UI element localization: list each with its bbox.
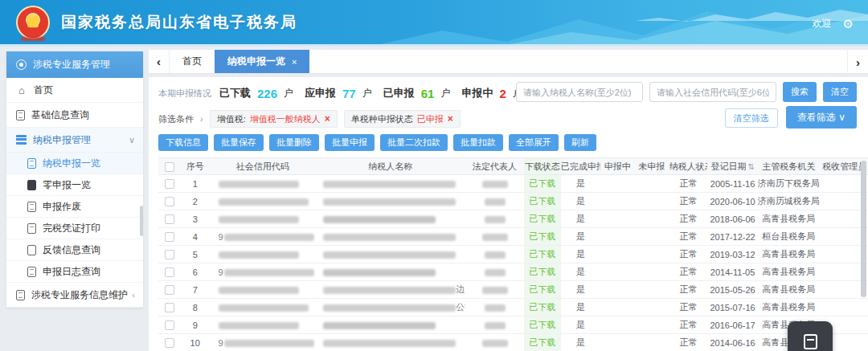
row-declaring [600,263,634,281]
redacted-credit-code [219,304,309,312]
chevron-collapsed-icon: ‹ [132,290,135,300]
row-checkbox[interactable] [165,320,174,330]
row-taxpayer-name: 边 [315,281,465,299]
row-legal-rep [465,210,524,228]
batch-declare-button[interactable]: 批量申报 [325,134,375,151]
row-seq: 5 [180,246,210,263]
row-checkbox[interactable] [165,179,174,189]
sidebar-item-declaration-void[interactable]: 申报作废 [6,196,143,218]
tab-home[interactable]: 首页 [170,50,215,73]
row-seq: 2 [180,193,210,210]
row-taxpayer-name [315,193,465,210]
taxpayer-table: 序号 社会信用代码 纳税人名称 法定代表人 下载状态 已完成申报 申报中 未申报… [158,157,860,351]
credit-code-input[interactable] [649,82,776,102]
download-info-button[interactable]: 下载信息 [158,134,208,151]
sidebar-item-basic-info-query[interactable]: 基础信息查询 [6,103,143,128]
table-header-row: 序号 社会信用代码 纳税人名称 法定代表人 下载状态 已完成申报 申报中 未申报… [158,158,868,175]
row-checkbox[interactable] [165,338,174,348]
sort-icon[interactable]: ⇅ [747,162,754,171]
document-icon [27,267,36,277]
row-completed: 是 [561,193,601,210]
gear-icon[interactable]: ⚙ [843,18,854,30]
row-checkbox[interactable] [165,285,174,295]
batch-delete-button[interactable]: 批量删除 [269,134,319,151]
row-credit-code [210,299,315,316]
document-icon [804,334,817,349]
row-seq: 8 [180,299,210,316]
row-legal-rep [465,281,524,299]
row-taxpayer-name [315,210,465,228]
row-download-status: 已下载 [524,263,561,281]
table-body: 1 已下载 是 正常 2005-11-16 济南历下税务局 2 已下载 是 正常… [158,175,868,351]
row-undeclared [634,175,669,193]
remove-filter-icon[interactable]: × [448,113,453,124]
row-legal-rep [465,263,524,281]
sidebar-item-feedback-info-query[interactable]: 反馈信息查询 [6,239,143,261]
app-header: 国家税务总局山东省电子税务局 欢迎 ⚙ [0,0,868,47]
row-reg-date: 2018-06-06 [707,210,757,228]
sidebar-scrollbar-thumb[interactable] [140,206,143,236]
tab-close-icon[interactable]: × [292,57,297,67]
row-completed: 是 [561,281,601,299]
row-tax-authority: 济南历城税务局 [758,193,820,210]
sidebar-item-declaration-log-query[interactable]: 申报日志查询 [6,261,143,283]
redacted-taxpayer-name [323,269,436,276]
sidebar: 涉税专业服务管理 ⌂ 首页 基础信息查询 纳税申报管理 ∨ 纳税申报一览 零申报… [6,51,143,308]
sidebar-section-tax-service-management[interactable]: 涉税专业服务管理 [6,51,143,78]
row-taxpayer-status: 正常 [669,299,708,316]
row-checkbox[interactable] [165,232,174,242]
sidebar-item-zero-declaration-list[interactable]: 零申报一览 [6,174,143,196]
row-taxpayer-name: 公司 [315,299,465,316]
clear-button[interactable]: 清空 [823,82,857,102]
batch-save-button[interactable]: 批量保存 [214,134,264,151]
row-tax-authority: 济南历下税务局 [758,175,820,193]
search-button[interactable]: 搜索 [783,82,817,102]
row-checkbox[interactable] [165,250,174,259]
table-row: 3 已下载 是 正常 2018-06-06 高青县税务局 [158,210,868,228]
redacted-legal-rep [485,304,506,312]
remove-filter-icon[interactable]: × [325,113,330,124]
app-title: 国家税务总局山东省电子税务局 [61,12,297,33]
row-download-status: 已下载 [524,210,561,228]
badge-icon [16,59,27,70]
select-all-checkbox[interactable] [165,162,174,172]
floating-action-button[interactable] [788,321,833,351]
row-credit-code [210,246,315,263]
stat-downloaded-count: 226 [257,87,277,100]
row-legal-rep [465,334,524,351]
row-taxpayer-status: 正常 [669,281,708,299]
row-checkbox[interactable] [165,197,174,206]
redacted-credit-code [219,216,299,223]
sidebar-item-tax-certificate-print[interactable]: 完税凭证打印 [6,218,143,239]
batch-deduction-button[interactable]: 批量扣款 [453,134,503,151]
tabs-back-arrow[interactable]: ‹ [149,50,170,73]
redacted-credit-code [224,340,314,347]
row-checkbox[interactable] [165,303,174,312]
row-declaring [600,334,634,351]
filter-label: 筛选条件 [158,113,194,125]
view-filter-button[interactable]: 查看筛选 ∨ [786,106,857,129]
sidebar-item-tax-declaration-list[interactable]: 纳税申报一览 [6,153,143,174]
row-completed: 是 [561,263,601,281]
row-seq: 7 [180,281,210,299]
tabs-forward-arrow[interactable]: › [847,50,868,74]
row-checkbox[interactable] [165,214,174,224]
expand-all-button[interactable]: 全部展开 [509,134,559,151]
row-checkbox[interactable] [165,267,174,277]
redacted-credit-code [219,181,299,188]
sidebar-item-home[interactable]: ⌂ 首页 [6,78,143,103]
row-credit-code: 9 [210,334,315,351]
clear-filter-button[interactable]: 清空筛选 [725,108,778,128]
batch-second-deduction-button[interactable]: 批量二次扣款 [380,134,448,151]
row-tax-authority: 桓台县税务局 [758,228,820,246]
content-scrollbar-thumb[interactable] [861,161,866,297]
stat-declared-count: 61 [421,87,435,100]
row-completed: 是 [561,334,601,351]
tab-tax-declaration-list[interactable]: 纳税申报一览 × [215,50,309,73]
sidebar-group-tax-declaration-management[interactable]: 纳税申报管理 ∨ [6,128,143,153]
redacted-credit-code [219,287,299,294]
taxpayer-name-input[interactable] [516,82,643,102]
row-credit-code [210,281,315,299]
sidebar-item-tax-service-info-maintenance[interactable]: 涉税专业服务信息维护 ‹ [6,283,143,308]
refresh-button[interactable]: 刷新 [564,134,596,151]
